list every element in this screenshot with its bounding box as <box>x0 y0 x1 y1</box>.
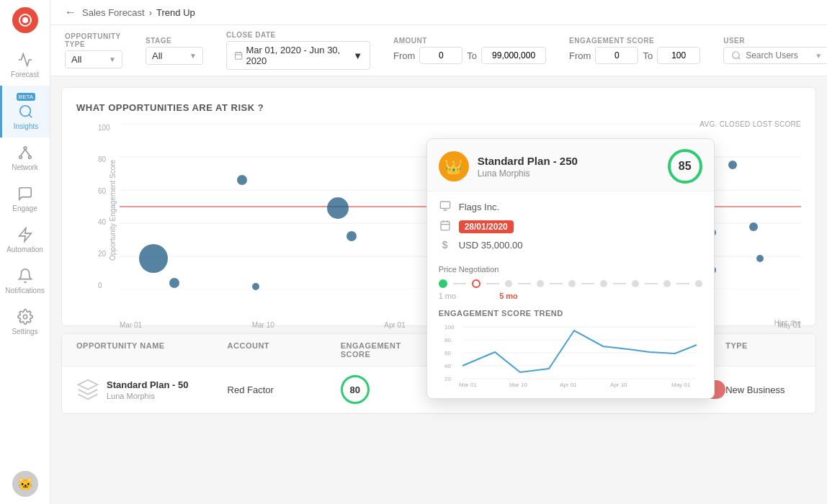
account-cell: Red Factor <box>228 384 341 395</box>
back-button[interactable]: ← <box>65 6 76 19</box>
engagement-from-label: From <box>569 50 591 61</box>
y-ticks: 100 80 60 40 20 0 <box>98 124 110 289</box>
sidebar-item-network[interactable]: Network <box>0 138 50 179</box>
breadcrumb-arrow: › <box>149 7 152 18</box>
amount-from-input[interactable] <box>419 47 462 64</box>
pipeline-dot-empty-1 <box>505 280 512 287</box>
engagement-range: From To <box>569 47 700 64</box>
pipeline-dot-empty-6 <box>663 280 671 287</box>
sidebar-item-engage[interactable]: Engage <box>0 179 50 220</box>
tooltip-body: Flags Inc. 28/01/2020 <box>427 192 714 265</box>
amount-to-input[interactable] <box>481 47 546 64</box>
main-content: ← Sales Forecast › Trend Up OPPORTUNITY … <box>50 0 827 504</box>
engagement-to-input[interactable] <box>657 47 700 64</box>
svg-point-15 <box>733 52 739 58</box>
trend-chart: 100 80 60 40 20 <box>439 323 702 388</box>
type-cell: New Business <box>725 384 801 395</box>
pipeline-dot-current <box>472 279 480 288</box>
engagement-score-filter: ENGAGEMENT SCORE From To <box>569 37 700 64</box>
sidebar-item-insights[interactable]: BETA Insights <box>0 86 50 138</box>
opportunity-icon <box>76 378 99 401</box>
sidebar-label-insights: Insights <box>14 122 38 130</box>
calendar-icon <box>234 50 243 60</box>
chevron-down-icon: ▼ <box>189 52 197 60</box>
bubble[interactable] <box>347 231 357 241</box>
pipeline-time-1: 1 mo <box>439 292 456 300</box>
bubble[interactable] <box>327 197 349 219</box>
chart-section: WHAT OPPORTUNITIES ARE AT RISK ? AVG. CL… <box>61 87 816 326</box>
svg-text:60: 60 <box>444 350 451 356</box>
score-ring: 80 <box>341 375 370 404</box>
bubble[interactable] <box>728 161 737 169</box>
tooltip-company-row: Flags Inc. <box>439 200 702 214</box>
sidebar-item-automation[interactable]: Automation <box>0 220 50 261</box>
search-icon <box>731 50 741 60</box>
tooltip-amount: USD 35,000.00 <box>459 240 523 251</box>
bubble[interactable] <box>756 255 764 262</box>
sidebar-label-forecast: Forecast <box>11 71 39 78</box>
svg-rect-27 <box>441 222 450 230</box>
svg-point-1 <box>22 17 28 23</box>
svg-text:Apr 10: Apr 10 <box>610 382 627 388</box>
svg-point-4 <box>24 147 27 150</box>
opportunity-type-label: OPPORTUNITY TYPE <box>65 32 122 48</box>
content-area: WHAT OPPORTUNITIES ARE AT RISK ? AVG. CL… <box>50 76 827 504</box>
opportunity-type-filter: OPPORTUNITY TYPE All ▼ <box>65 32 122 68</box>
svg-text:Apr 01: Apr 01 <box>560 382 577 388</box>
pipeline-label: Price Negotiation <box>439 265 702 274</box>
pipeline-dot-filled <box>439 279 447 288</box>
bubble[interactable] <box>139 244 168 273</box>
bubble[interactable] <box>169 278 179 288</box>
pipeline-dot-empty-7 <box>695 280 702 287</box>
tooltip-header: 👑 Standard Plan - 250 Luna Morphis 85 <box>427 139 714 192</box>
user-filter: USER ▼ <box>723 37 827 64</box>
svg-line-3 <box>29 114 32 117</box>
tooltip-amount-row: $ USD 35,000.00 <box>439 239 702 251</box>
svg-rect-24 <box>440 202 450 208</box>
engagement-trend-section: ENGAGEMENT SCORE TREND 100 80 60 40 20 <box>427 309 714 398</box>
chart-plot: 100 80 60 40 20 0 <box>120 124 801 311</box>
breadcrumb: Sales Forecast › Trend Up <box>82 7 195 18</box>
chart-hint: Hint: the <box>774 319 801 327</box>
filters-bar: OPPORTUNITY TYPE All ▼ STAGE All ▼ CLOSE… <box>50 25 827 76</box>
sidebar-item-forecast[interactable]: Forecast <box>0 45 50 86</box>
calendar-icon <box>439 220 452 233</box>
close-date-select[interactable]: Mar 01, 2020 - Jun 30, 2020 ▼ <box>226 41 370 70</box>
stage-select[interactable]: All ▼ <box>146 47 203 65</box>
stage-label: STAGE <box>146 37 203 45</box>
amount-range: From To <box>393 47 546 64</box>
sidebar-item-notifications[interactable]: Notifications <box>0 261 50 302</box>
sidebar-label-settings: Settings <box>12 328 37 336</box>
opp-sub: Luna Morphis <box>107 392 188 400</box>
pipeline-dot-empty-4 <box>600 280 607 287</box>
chevron-down-icon: ▼ <box>109 55 116 63</box>
bubble[interactable] <box>749 222 758 231</box>
opportunity-type-select[interactable]: All ▼ <box>65 50 122 68</box>
pipeline-times: 1 mo 5 mo <box>439 292 702 300</box>
chevron-down-icon: ▼ <box>353 50 362 61</box>
tooltip-date-row: 28/01/2020 <box>439 220 702 233</box>
pipeline-time-2: 5 mo <box>499 292 518 300</box>
svg-line-16 <box>738 58 741 60</box>
sidebar-item-settings[interactable]: Settings <box>0 302 50 343</box>
chart-title: WHAT OPPORTUNITIES ARE AT RISK ? <box>76 102 801 113</box>
svg-text:Mar 10: Mar 10 <box>509 382 527 388</box>
svg-point-5 <box>19 156 22 159</box>
svg-point-2 <box>20 106 31 117</box>
user-search-input[interactable] <box>746 50 810 60</box>
breadcrumb-parent: Sales Forecast <box>82 7 145 18</box>
svg-text:100: 100 <box>444 324 455 330</box>
user-avatar[interactable]: 🐱 <box>12 471 38 497</box>
amount-label: AMOUNT <box>393 37 546 45</box>
svg-marker-9 <box>19 228 31 241</box>
col-engagement-score: ENGAGEMENT SCORE <box>341 341 432 359</box>
engagement-from-input[interactable] <box>595 47 638 64</box>
col-type: TYPE <box>725 341 801 359</box>
svg-rect-11 <box>236 53 242 59</box>
bubble[interactable] <box>237 175 247 185</box>
user-search-box[interactable]: ▼ <box>723 47 827 64</box>
topbar: ← Sales Forecast › Trend Up <box>50 0 827 25</box>
bubble[interactable] <box>252 283 259 290</box>
app-logo[interactable] <box>12 7 38 33</box>
trend-chart-svg: 100 80 60 40 20 <box>439 323 702 388</box>
